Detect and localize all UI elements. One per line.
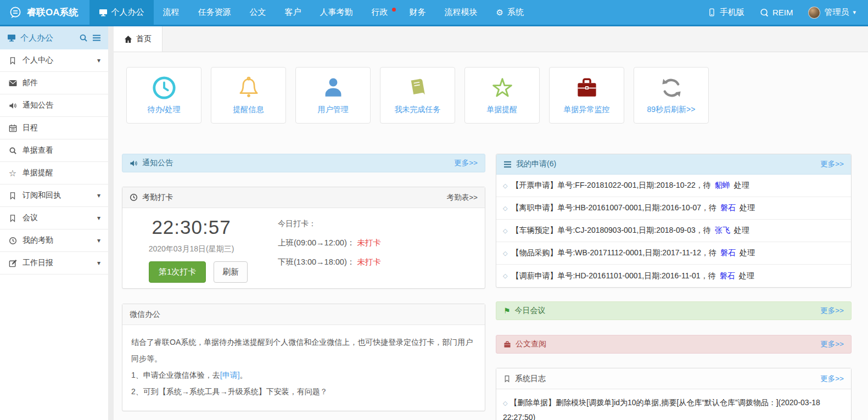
notice-panel-header: 通知公告 更多>> [122,154,485,172]
syslog-panel-title: 系统日志 [515,374,546,384]
star-icon: ☆ [8,168,18,178]
bookmark-icon [8,192,18,200]
syslog-row[interactable]: ◇ 【删除单据】删除模块[调拨单]id为10的单据,摘要[从仓库“默认仓库”调拨… [496,389,851,420]
monitor-icon [7,33,16,42]
application-row[interactable]: ◇ 【物品采购】单号:WB-20171112-0001,日期:2017-11-1… [496,242,851,265]
chevron-down-icon: ▾ [97,57,100,64]
application-row[interactable]: ◇ 【车辆预定】单号:CJ-20180903-001,日期:2018-09-03… [496,220,851,242]
speaker-icon [130,159,138,167]
sidebar-scrollbar[interactable] [108,26,114,420]
card-unfinished-tasks[interactable]: 我未完成任务 [380,67,455,124]
punch-button[interactable]: 第1次打卡 [149,261,206,283]
sidebar-item-doc-view[interactable]: 单据查看 [0,139,108,162]
chevron-down-icon: ▾ [97,192,100,199]
syslog-more-link[interactable]: 更多>> [820,374,844,384]
meeting-panel-header: ⚑ 今日会议 更多>> [496,301,852,320]
application-row[interactable]: ◇ 【开票申请】单号:FF-20181022-001,日期:2018-10-22… [496,175,851,197]
user-menu[interactable]: 管理员 ▾ [800,7,864,19]
diamond-icon: ◇ [503,205,507,212]
application-row[interactable]: ◇ 【离职申请】单号:HB-20161007-0001,日期:2016-10-0… [496,197,851,220]
card-refresh-timer[interactable]: 89秒后刷新>> [634,67,709,124]
nav-item-customer[interactable]: 客户 [276,0,311,25]
nav-item-process-module[interactable]: 流程模块 [435,0,487,25]
nav-item-system[interactable]: ⚙ 系统 [487,0,533,25]
sidebar-item-subscription[interactable]: 订阅和回执 ▾ [0,184,108,207]
document-panel-header: 公文查阅 更多>> [496,335,852,354]
apply-link[interactable]: [申请] [220,371,240,379]
today-punch-label: 今日打卡： [278,219,381,229]
search-icon[interactable] [79,33,88,42]
card-doc-monitor[interactable]: 单据异常监控 [549,67,624,124]
sidebar-item-doc-remind[interactable]: ☆ 单据提醒 [0,162,108,184]
left-column: 通知公告 更多>> 考勤打卡 考勤表>> 22:30:57 2020年03月18… [122,154,485,411]
wechat-panel-header: 微信办公 [122,304,485,325]
reim-link[interactable]: REIM [752,8,801,17]
bookmark-icon [8,57,18,65]
sidebar-item-notice[interactable]: 通知公告 [0,94,108,117]
attendance-sheet-link[interactable]: 考勤表>> [447,193,478,203]
attendance-panel-title: 考勤打卡 [142,193,173,203]
card-todo[interactable]: 待办/处理 [126,67,201,124]
refresh-button[interactable]: 刷新 [214,261,248,283]
tab-home[interactable]: 首页 [114,26,163,52]
sidebar-item-work-report[interactable]: 工作日报 ▾ [0,252,108,275]
handler-link[interactable]: 貂蝉 [715,181,730,191]
diamond-icon: ◇ [503,272,507,279]
diamond-icon: ◇ [503,227,507,234]
menu-icon[interactable] [92,33,101,42]
sidebar-item-meeting[interactable]: 会议 ▾ [0,207,108,229]
briefcase-icon [503,341,511,348]
handler-link[interactable]: 磐石 [720,248,736,258]
card-doc-remind[interactable]: 单据提醒 [464,67,540,124]
nav-item-hr-attendance[interactable]: 人事考勤 [311,0,362,25]
nav-item-administration[interactable]: 行政 [362,0,400,25]
handler-link[interactable]: 磐石 [720,271,735,281]
navbar-right-group: 手机版 REIM 管理员 ▾ [700,0,868,25]
bookmark-icon [503,375,511,383]
wechat-panel: 微信办公 结合了睿联OA系统，单据待办推送提醒到个人微信和企业微信上，也可快捷登… [122,304,485,411]
top-navbar: 睿联OA系统 个人办公 流程 任务资源 公文 客户 人事考勤 行政 财务 流程模… [0,0,868,26]
mobile-version-link[interactable]: 手机版 [700,7,752,18]
nav-item-process[interactable]: 流程 [154,0,189,25]
search-icon [8,147,18,155]
refresh-icon [660,68,683,105]
sidebar-item-schedule[interactable]: 日程 [0,117,108,139]
card-reminders[interactable]: 提醒信息 [211,67,286,124]
applications-more-link[interactable]: 更多>> [820,159,844,169]
diamond-icon: ◇ [503,250,507,257]
document-panel-title: 公文查阅 [516,339,546,349]
user-icon [322,68,345,105]
nav-item-task-resource[interactable]: 任务资源 [189,0,240,25]
current-time: 22:30:57 [132,216,250,238]
diamond-icon: ◇ [503,400,507,406]
sidebar-item-personal-center[interactable]: 个人中心 ▾ [0,49,108,72]
wechat-body: 结合了睿联OA系统，单据待办推送提醒到个人微信和企业微信上，也可快捷登录定位打卡… [122,325,485,411]
clock-icon [152,68,177,105]
handler-link[interactable]: 张飞 [715,226,730,236]
chat-icon [760,8,769,17]
handler-link[interactable]: 磐石 [720,203,736,213]
card-user-management[interactable]: 用户管理 [295,67,371,124]
nav-item-official-doc[interactable]: 公文 [240,0,276,25]
sidebar-item-mail[interactable]: 邮件 [0,72,108,94]
document-more-link[interactable]: 更多>> [820,339,844,349]
attendance-panel-header: 考勤打卡 考勤表>> [122,187,485,208]
notice-more-link[interactable]: 更多>> [454,158,478,168]
list-icon [503,161,512,168]
nav-item-personal-office[interactable]: 个人办公 [89,0,154,25]
meeting-more-link[interactable]: 更多>> [820,306,844,316]
syslog-panel: 系统日志 更多>> ◇ 【删除单据】删除模块[调拨单]id为10的单据,摘要[从… [496,368,852,420]
home-icon [124,35,132,43]
wechat-line1: 1、申请企业微信体验，去[申请]。 [131,367,476,383]
tab-bar: 首页 [114,26,868,52]
nav-item-finance[interactable]: 财务 [400,0,435,25]
sidebar-item-my-attendance[interactable]: 我的考勤 ▾ [0,229,108,252]
clock-icon [130,193,138,201]
syslog-panel-header: 系统日志 更多>> [496,368,851,389]
brand-logo-icon [9,6,22,19]
chevron-down-icon: ▾ [853,9,856,15]
flag-icon: ⚑ [503,306,511,315]
application-row[interactable]: ◇ 【调薪申请】单号:HD-20161101-0001,日期:2016-11-0… [496,265,851,287]
bell-icon [237,68,261,105]
app-brand[interactable]: 睿联OA系统 [0,0,89,25]
